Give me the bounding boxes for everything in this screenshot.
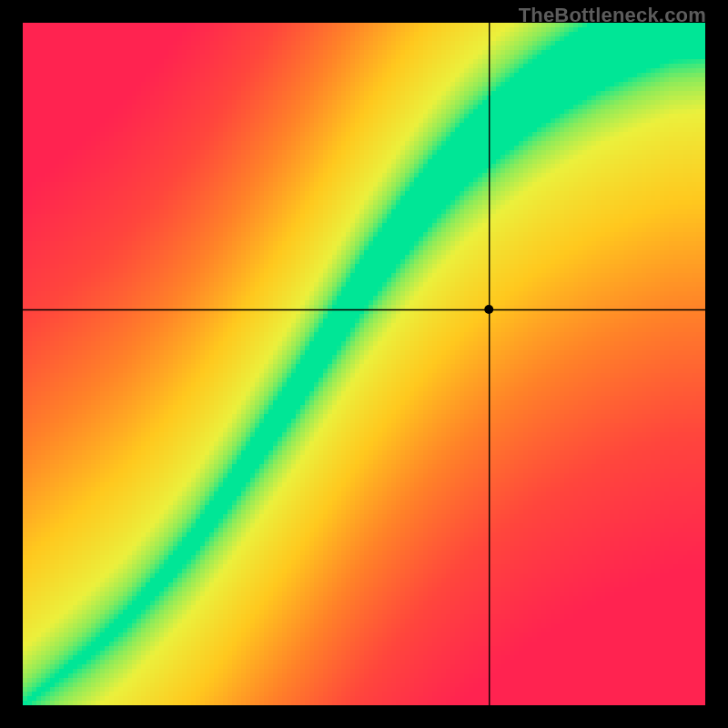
crosshair-overlay <box>0 0 728 728</box>
watermark: TheBottleneck.com <box>519 4 706 27</box>
